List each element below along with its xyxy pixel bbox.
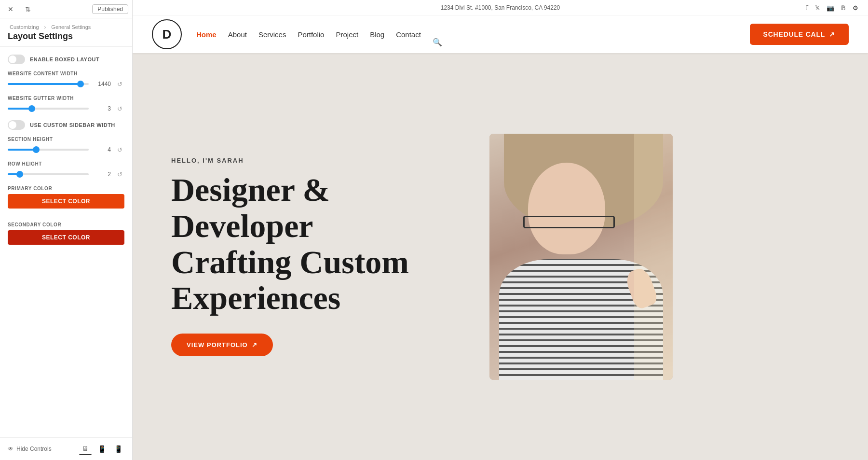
- view-icons: 🖥 📱 📱: [79, 443, 124, 455]
- website-gutter-width-slider-row: 3 ↺: [8, 104, 124, 113]
- facebook-icon[interactable]: 𝕗: [805, 4, 808, 12]
- behance-icon[interactable]: 𝔹: [841, 4, 846, 12]
- site-header: 1234 Divi St. #1000, San Francisco, CA 9…: [133, 0, 868, 53]
- desktop-view-icon[interactable]: 🖥: [79, 443, 92, 455]
- website-content-width-group: WEBSITE CONTENT WIDTH 1440 ↺: [8, 71, 124, 89]
- website-content-width-slider-row: 1440 ↺: [8, 79, 124, 89]
- hero-subtitle: HELLO, I'M SARAH: [171, 157, 461, 164]
- dribbble-icon[interactable]: ⚙: [853, 4, 858, 12]
- sidebar-header: Customizing › General Settings Layout Se…: [0, 18, 132, 47]
- view-portfolio-arrow: ↗: [252, 341, 258, 348]
- enable-boxed-layout-label: Enable Boxed Layout: [30, 56, 99, 62]
- row-height-group: ROW HEIGHT 2 ↺: [8, 161, 124, 179]
- eye-icon: 👁: [8, 446, 14, 452]
- published-badge[interactable]: Published: [92, 4, 128, 14]
- section-height-thumb[interactable]: [33, 146, 40, 153]
- use-custom-sidebar-width-toggle[interactable]: [8, 120, 25, 130]
- nav-services[interactable]: Services: [258, 30, 286, 39]
- window-light: [634, 134, 673, 380]
- row-height-thumb[interactable]: [16, 171, 23, 178]
- site-nav: Home About Services Portfolio Project Bl…: [196, 22, 442, 47]
- schedule-call-label: SCHEDULE CALL: [763, 30, 826, 38]
- schedule-call-arrow: ↗: [829, 30, 835, 38]
- website-gutter-width-slider[interactable]: [8, 108, 89, 110]
- sidebar-footer: 👁 Hide Controls 🖥 📱 📱: [0, 437, 132, 460]
- nav-search-icon[interactable]: 🔍: [433, 38, 442, 47]
- site-preview: 1234 Divi St. #1000, San Francisco, CA 9…: [133, 0, 868, 460]
- secondary-color-button[interactable]: Select Color: [8, 230, 124, 245]
- view-portfolio-label: VIEW PORTFOLIO: [187, 341, 248, 348]
- section-height-slider-row: 4 ↺: [8, 145, 124, 154]
- hero-text: HELLO, I'M SARAH Designer & Developer Cr…: [171, 157, 461, 356]
- section-height-fill: [8, 149, 36, 151]
- hero-title-line3: Experiences: [171, 279, 340, 316]
- nav-blog[interactable]: Blog: [370, 30, 384, 39]
- website-gutter-width-value: 3: [93, 105, 111, 112]
- breadcrumb-separator: ›: [44, 24, 46, 30]
- enable-boxed-layout-row: Enable Boxed Layout: [8, 55, 124, 64]
- section-height-label: SECTION HEIGHT: [8, 137, 124, 142]
- nav-portfolio[interactable]: Portfolio: [298, 30, 324, 39]
- website-content-width-reset[interactable]: ↺: [115, 79, 124, 89]
- website-gutter-width-label: WEBSITE GUTTER WIDTH: [8, 96, 124, 101]
- person-face: [528, 163, 605, 254]
- primary-color-button[interactable]: Select Color: [8, 194, 124, 209]
- breadcrumb: Customizing › General Settings: [8, 24, 124, 30]
- tablet-view-icon[interactable]: 📱: [95, 443, 108, 455]
- nav-contact[interactable]: Contact: [396, 30, 421, 39]
- mobile-view-icon[interactable]: 📱: [112, 443, 124, 455]
- use-custom-sidebar-width-row: Use Custom Sidebar Width: [8, 120, 124, 130]
- sort-button[interactable]: ⇅: [21, 2, 35, 16]
- logo-letter: D: [163, 27, 172, 42]
- hero-image: [489, 134, 673, 380]
- enable-boxed-layout-toggle[interactable]: [8, 55, 25, 64]
- website-gutter-width-group: WEBSITE GUTTER WIDTH 3 ↺: [8, 96, 124, 113]
- website-content-width-thumb[interactable]: [77, 81, 84, 87]
- primary-color-label: PRIMARY COLOR: [8, 186, 124, 191]
- section-height-value: 4: [93, 146, 111, 153]
- row-height-slider-row: 2 ↺: [8, 169, 124, 179]
- website-content-width-value: 1440: [93, 81, 111, 87]
- twitter-icon[interactable]: 𝕏: [815, 4, 820, 12]
- person-glasses: [523, 216, 615, 228]
- site-address-bar: 1234 Divi St. #1000, San Francisco, CA 9…: [133, 0, 868, 15]
- site-social-icons: 𝕗 𝕏 📷 𝔹 ⚙: [805, 0, 868, 15]
- website-gutter-width-thumb[interactable]: [28, 105, 35, 112]
- view-portfolio-button[interactable]: VIEW PORTFOLIO ↗: [171, 334, 273, 356]
- sidebar-topbar: ✕ ⇅ Published: [0, 0, 132, 18]
- hide-controls-label: Hide Controls: [16, 446, 52, 452]
- site-address: 1234 Divi St. #1000, San Francisco, CA 9…: [441, 4, 560, 11]
- nav-about[interactable]: About: [228, 30, 247, 39]
- section-height-slider[interactable]: [8, 149, 89, 151]
- website-content-width-fill: [8, 83, 81, 85]
- hero-title-line1: Designer & Developer: [171, 171, 330, 244]
- nav-home[interactable]: Home: [196, 30, 217, 39]
- hide-controls-button[interactable]: 👁 Hide Controls: [8, 446, 52, 452]
- schedule-call-button[interactable]: SCHEDULE CALL ↗: [750, 24, 849, 45]
- hero-section: HELLO, I'M SARAH Designer & Developer Cr…: [133, 53, 868, 460]
- sidebar: ✕ ⇅ Published Customizing › General Sett…: [0, 0, 133, 460]
- sidebar-settings: Enable Boxed Layout WEBSITE CONTENT WIDT…: [0, 47, 132, 437]
- row-height-slider[interactable]: [8, 173, 89, 175]
- hero-title-line2: Crafting Custom: [171, 244, 409, 280]
- close-button[interactable]: ✕: [4, 2, 17, 16]
- sidebar-title: Layout Settings: [8, 31, 124, 42]
- secondary-color-label: SECONDARY COLOR: [8, 222, 124, 227]
- instagram-icon[interactable]: 📷: [827, 4, 834, 12]
- row-height-value: 2: [93, 171, 111, 178]
- row-height-reset[interactable]: ↺: [115, 169, 124, 179]
- use-custom-sidebar-width-label: Use Custom Sidebar Width: [30, 122, 115, 128]
- section-height-reset[interactable]: ↺: [115, 145, 124, 154]
- nav-project[interactable]: Project: [336, 30, 358, 39]
- site-logo: D: [152, 19, 182, 49]
- website-gutter-width-reset[interactable]: ↺: [115, 104, 124, 113]
- breadcrumb-current: General Settings: [51, 24, 91, 30]
- hero-title: Designer & Developer Crafting Custom Exp…: [171, 172, 461, 316]
- website-content-width-slider[interactable]: [8, 83, 89, 85]
- website-content-width-label: WEBSITE CONTENT WIDTH: [8, 71, 124, 76]
- section-height-group: SECTION HEIGHT 4 ↺: [8, 137, 124, 154]
- breadcrumb-parent: Customizing: [10, 24, 39, 30]
- hero-image-bg: [489, 134, 673, 380]
- row-height-label: ROW HEIGHT: [8, 161, 124, 167]
